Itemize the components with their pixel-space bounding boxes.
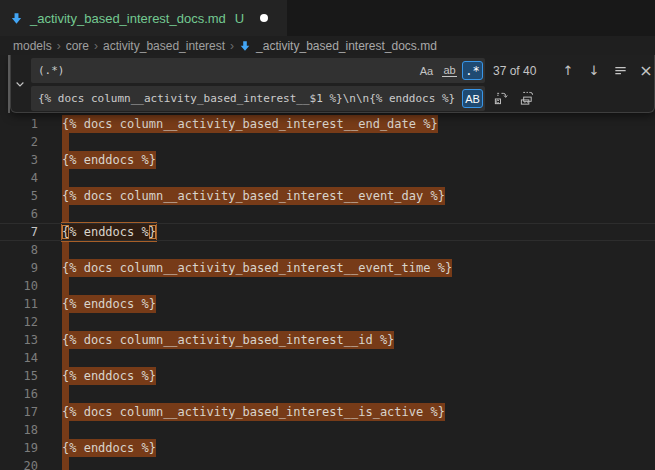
find-match: {% docs column__activity_based_interest_…	[62, 259, 452, 277]
editor-line[interactable]: 4	[0, 169, 655, 187]
tab-bar: _activity_based_interest_docs.md U	[0, 0, 655, 37]
regex-button[interactable]: .*	[462, 61, 483, 80]
line-number: 14	[0, 349, 38, 367]
breadcrumb-separator: ›	[230, 39, 234, 53]
replace-button[interactable]	[489, 88, 511, 110]
line-content: {% docs column__activity_based_interest_…	[62, 331, 394, 349]
editor-line[interactable]: 14	[0, 349, 655, 367]
editor-line[interactable]: 19{% enddocs %}	[0, 439, 655, 457]
editor-line[interactable]: 5{% docs column__activity_based_interest…	[0, 187, 655, 205]
match-case-button[interactable]: Aa	[416, 61, 437, 80]
editor-line[interactable]: 2	[0, 133, 655, 151]
editor-line[interactable]: 3{% enddocs %}	[0, 151, 655, 169]
line-content: {% enddocs %}	[62, 295, 156, 313]
markdown-file-icon	[239, 40, 251, 52]
preserve-case-button[interactable]: AB	[462, 89, 483, 108]
line-number: 10	[0, 277, 38, 295]
find-match: {% docs column__activity_based_interest_…	[62, 187, 445, 205]
editor-line[interactable]: 8	[0, 241, 655, 259]
editor-line[interactable]: 7{% enddocs %}	[0, 223, 655, 241]
breadcrumb-item-file[interactable]: _activity_based_interest_docs.md	[256, 39, 437, 53]
arrow-up-icon: ↑	[563, 63, 574, 78]
line-number: 13	[0, 331, 38, 349]
line-content: {% enddocs %}	[62, 223, 156, 241]
breadcrumb-separator: ›	[57, 39, 61, 53]
editor-line[interactable]: 1{% docs column__activity_based_interest…	[0, 115, 655, 133]
find-match-empty	[62, 313, 69, 331]
find-match: {% docs column__activity_based_interest_…	[62, 331, 394, 349]
find-match-empty	[62, 205, 69, 223]
line-content	[62, 169, 69, 187]
find-match: {% enddocs %}	[62, 295, 156, 313]
bracket-highlight: }	[149, 225, 156, 239]
line-number: 18	[0, 421, 38, 439]
editor-line[interactable]: 9{% docs column__activity_based_interest…	[0, 259, 655, 277]
line-content: {% enddocs %}	[62, 367, 156, 385]
line-content	[62, 421, 69, 439]
find-match-empty	[62, 169, 69, 187]
match-case-glyph: Aa	[420, 65, 433, 77]
git-status-badge: U	[235, 11, 244, 26]
line-number: 19	[0, 439, 38, 457]
chevron-down-icon	[14, 78, 26, 90]
line-content: {% enddocs %}	[62, 151, 156, 169]
editor-line[interactable]: 16	[0, 385, 655, 403]
line-content	[62, 457, 69, 470]
line-content	[62, 205, 69, 223]
breadcrumb: models›core›activity_based_interest› _ac…	[0, 36, 655, 55]
markdown-file-icon	[10, 12, 23, 25]
tab-dirty-indicator[interactable]	[260, 14, 268, 22]
editor-pane[interactable]: 1{% docs column__activity_based_interest…	[0, 55, 655, 470]
previous-match-button[interactable]: ↑	[557, 60, 579, 82]
find-widget-resize-sash[interactable]	[8, 55, 10, 113]
line-number: 5	[0, 187, 38, 205]
line-number: 7	[0, 223, 38, 241]
editor-lines: 1{% docs column__activity_based_interest…	[0, 55, 655, 470]
arrow-down-icon: ↓	[589, 63, 600, 78]
find-input[interactable]: (.*) Aa ab .*	[31, 58, 485, 83]
find-match: {% enddocs %}	[62, 367, 156, 385]
editor-line[interactable]: 6	[0, 205, 655, 223]
replace-input[interactable]: {% docs column__activity_based_interest_…	[31, 86, 485, 111]
editor-line[interactable]: 12	[0, 313, 655, 331]
editor-line[interactable]: 17{% docs column__activity_based_interes…	[0, 403, 655, 421]
replace-all-button[interactable]	[515, 88, 537, 110]
whole-word-button[interactable]: ab	[439, 61, 460, 80]
selection-lines-icon	[613, 63, 628, 78]
tab-activity-docs[interactable]: _activity_based_interest_docs.md U	[0, 0, 287, 36]
line-number: 9	[0, 259, 38, 277]
whole-word-glyph: ab	[442, 65, 456, 77]
next-match-button[interactable]: ↓	[583, 60, 605, 82]
find-match-empty	[62, 133, 69, 151]
editor-line[interactable]: 11{% enddocs %}	[0, 295, 655, 313]
editor-line[interactable]: 13{% docs column__activity_based_interes…	[0, 331, 655, 349]
find-match-current: {% enddocs %}	[62, 223, 156, 241]
tab-label: _activity_based_interest_docs.md	[30, 11, 226, 26]
line-number: 12	[0, 313, 38, 331]
line-content	[62, 133, 69, 151]
editor-line[interactable]: 18	[0, 421, 655, 439]
find-in-selection-button[interactable]	[609, 60, 631, 82]
find-row: (.*) Aa ab .* 37 of 40 ↑	[31, 58, 650, 83]
line-content	[62, 349, 69, 367]
editor-line[interactable]: 10	[0, 277, 655, 295]
line-number: 20	[0, 457, 38, 470]
line-number: 8	[0, 241, 38, 259]
line-number: 15	[0, 367, 38, 385]
find-match: {% docs column__activity_based_interest_…	[62, 403, 445, 421]
toggle-replace-button[interactable]	[12, 75, 28, 93]
editor-line[interactable]: 15{% enddocs %}	[0, 367, 655, 385]
breadcrumb-item[interactable]: activity_based_interest	[103, 39, 225, 53]
close-find-button[interactable]: ×	[635, 60, 655, 82]
line-content: {% docs column__activity_based_interest_…	[62, 259, 452, 277]
close-icon: ×	[639, 61, 652, 80]
line-content: {% docs column__activity_based_interest_…	[62, 115, 438, 133]
find-widget: (.*) Aa ab .* 37 of 40 ↑	[10, 55, 655, 113]
find-match-empty	[62, 457, 69, 470]
replace-value: {% docs column__activity_based_interest_…	[38, 92, 460, 105]
line-number: 6	[0, 205, 38, 223]
breadcrumb-item[interactable]: core	[66, 39, 89, 53]
editor-line[interactable]: 20	[0, 457, 655, 470]
breadcrumb-item[interactable]: models	[13, 39, 52, 53]
line-number: 17	[0, 403, 38, 421]
